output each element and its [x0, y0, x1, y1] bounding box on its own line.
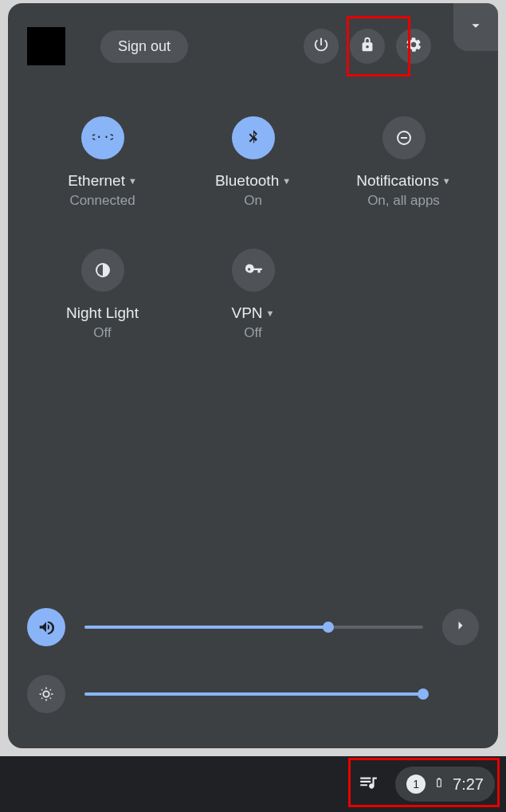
tiles-grid: <··> Ethernet▼ Connected Bluetooth▼ On N… — [27, 116, 479, 341]
notifications-status: On, all apps — [367, 193, 440, 209]
bluetooth-icon — [232, 116, 275, 159]
volume-icon[interactable] — [27, 608, 65, 646]
audio-settings-button[interactable] — [442, 609, 479, 645]
vpn-tile[interactable]: VPN▼ Off — [178, 249, 328, 341]
settings-button[interactable] — [396, 29, 431, 64]
shelf: 1 7:27 — [0, 756, 506, 812]
bluetooth-label: Bluetooth▼ — [215, 172, 291, 190]
gear-icon — [405, 36, 422, 57]
media-controls-button[interactable] — [354, 770, 382, 798]
bluetooth-tile[interactable]: Bluetooth▼ On — [178, 116, 328, 209]
clock-time: 7:27 — [453, 775, 484, 794]
header-row: Sign out — [27, 22, 479, 70]
network-tile[interactable]: <··> Ethernet▼ Connected — [27, 116, 178, 209]
music-queue-icon — [358, 772, 379, 796]
volume-slider[interactable] — [84, 626, 423, 629]
vpn-status: Off — [244, 325, 261, 341]
nightlight-tile[interactable]: Night Light Off — [27, 249, 178, 341]
brightness-slider[interactable] — [84, 692, 423, 696]
nightlight-label: Night Light — [66, 304, 139, 322]
network-status: Connected — [69, 193, 135, 209]
notifications-label: Notifications▼ — [356, 172, 450, 190]
lock-icon — [359, 36, 376, 57]
power-button[interactable] — [304, 29, 339, 64]
notification-count-badge: 1 — [406, 775, 426, 794]
vpn-key-icon — [232, 249, 275, 292]
night-light-icon — [81, 249, 124, 292]
brightness-icon[interactable] — [27, 675, 65, 713]
bluetooth-status: On — [244, 193, 262, 209]
brightness-row — [27, 675, 479, 713]
nightlight-status: Off — [93, 325, 111, 341]
chevron-right-icon — [453, 618, 469, 637]
user-avatar[interactable] — [27, 27, 65, 65]
network-label: Ethernet▼ — [68, 172, 137, 190]
volume-row — [27, 608, 479, 646]
sliders-section — [27, 608, 479, 713]
do-not-disturb-icon — [382, 116, 426, 159]
battery-icon — [433, 774, 445, 795]
vpn-label: VPN▼ — [232, 304, 275, 322]
quick-settings-panel: Sign out <··> Ether — [8, 3, 498, 748]
collapse-button[interactable] — [453, 3, 498, 51]
ethernet-icon: <··> — [81, 116, 124, 159]
svg-text:<··>: <··> — [92, 130, 113, 144]
status-area[interactable]: 1 7:27 — [395, 767, 495, 802]
notifications-tile[interactable]: Notifications▼ On, all apps — [328, 116, 479, 209]
chevron-down-icon — [467, 17, 484, 37]
lock-button[interactable] — [350, 29, 385, 64]
sign-out-button[interactable]: Sign out — [100, 30, 188, 63]
power-icon — [312, 36, 330, 57]
